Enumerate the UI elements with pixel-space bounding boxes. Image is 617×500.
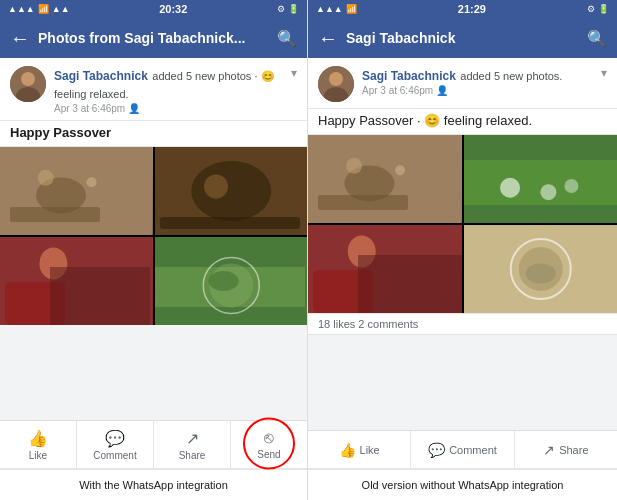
svg-point-20 xyxy=(208,271,238,291)
svg-point-1 xyxy=(21,72,35,86)
left-status-bar: ▲▲▲ 📶 ▲▲ 20:32 ⚙ 🔋 xyxy=(0,0,307,18)
left-photo-4[interactable] xyxy=(155,237,308,325)
right-share-button[interactable]: ↗ Share xyxy=(515,431,617,468)
battery-icon: 🔋 xyxy=(288,4,299,14)
right-like-button[interactable]: 👍 Like xyxy=(308,431,411,468)
left-nav-title: Photos from Sagi Tabachnick... xyxy=(38,30,269,46)
right-photo-area xyxy=(308,135,617,313)
right-photo-row2 xyxy=(308,225,617,313)
right-avatar xyxy=(318,66,354,102)
right-time: 21:29 xyxy=(458,3,486,15)
right-post-text-line2: 😊 feeling relaxed. xyxy=(424,113,532,128)
svg-rect-7 xyxy=(10,207,100,222)
svg-rect-15 xyxy=(50,267,150,325)
right-signal-icon: ▲▲▲ xyxy=(316,4,343,14)
svg-point-26 xyxy=(346,158,362,174)
back-button[interactable]: ← xyxy=(10,27,30,50)
svg-point-27 xyxy=(395,165,405,175)
right-people-icon: 👤 xyxy=(436,85,448,96)
svg-point-5 xyxy=(38,170,54,186)
right-photo-row1 xyxy=(308,135,617,223)
left-avatar-img xyxy=(10,66,46,102)
like-label: Like xyxy=(29,450,47,461)
right-post-author[interactable]: Sagi Tabachnick xyxy=(362,69,456,83)
left-action-bar: 👍 Like 💬 Comment ↗ Share ⎋ Send xyxy=(0,420,307,468)
left-post-text: Happy Passover xyxy=(0,121,307,147)
left-post-time: Apr 3 at 6:46pm 👤 xyxy=(54,103,283,114)
send-button[interactable]: ⎋ Send xyxy=(231,421,307,468)
right-status-bar: ▲▲▲ 📶 21:29 ⚙ 🔋 xyxy=(308,0,617,18)
svg-point-32 xyxy=(540,184,556,200)
right-post-time: Apr 3 at 6:46pm 👤 xyxy=(362,85,593,96)
like-button[interactable]: 👍 Like xyxy=(0,421,77,468)
people-icon: 👤 xyxy=(128,103,140,114)
left-photo-1[interactable] xyxy=(0,147,153,235)
right-share-label: Share xyxy=(559,444,588,456)
right-wifi-icon: 📶 xyxy=(346,4,357,14)
comment-icon: 💬 xyxy=(105,429,125,448)
left-photo-area xyxy=(0,147,307,325)
left-status-icons-right: ⚙ 🔋 xyxy=(277,4,299,14)
left-photo-2[interactable] xyxy=(155,147,308,235)
signal-icon: ▲▲▲ xyxy=(8,4,35,14)
share-label: Share xyxy=(179,450,206,461)
share-button[interactable]: ↗ Share xyxy=(154,421,231,468)
svg-rect-28 xyxy=(318,195,408,210)
left-phone-panel: ▲▲▲ 📶 ▲▲ 20:32 ⚙ 🔋 ← Photos from Sagi Ta… xyxy=(0,0,308,500)
comment-label: Comment xyxy=(93,450,136,461)
right-action-bar: 👍 Like 💬 Comment ↗ Share xyxy=(308,430,617,468)
svg-rect-11 xyxy=(160,217,300,229)
right-back-button[interactable]: ← xyxy=(318,27,338,50)
left-nav-bar: ← Photos from Sagi Tabachnick... 🔍 xyxy=(0,18,307,58)
right-comment-button[interactable]: 💬 Comment xyxy=(411,431,514,468)
cell-icon: ▲▲ xyxy=(52,4,70,14)
left-post-header: Sagi Tabachnick added 5 new photos · 😊 f… xyxy=(0,58,307,121)
right-post-text: Happy Passover · 😊 feeling relaxed. xyxy=(308,109,617,135)
left-caption: With the WhatsApp integration xyxy=(0,468,307,500)
left-search-icon[interactable]: 🔍 xyxy=(277,29,297,48)
svg-point-10 xyxy=(204,175,228,199)
right-comment-icon: 💬 xyxy=(428,442,445,458)
right-nav-title: Sagi Tabachnick xyxy=(346,30,579,46)
right-caption: Old version without WhatsApp integration xyxy=(308,468,617,500)
right-status-icons-right: ⚙ 🔋 xyxy=(587,4,609,14)
right-caption-text: Old version without WhatsApp integration xyxy=(362,479,564,491)
right-photo-2[interactable] xyxy=(464,135,618,223)
svg-point-41 xyxy=(525,263,555,283)
left-status-icons-left: ▲▲▲ 📶 ▲▲ xyxy=(8,4,70,14)
left-caption-text: With the WhatsApp integration xyxy=(79,479,228,491)
send-icon: ⎋ xyxy=(264,429,274,447)
right-phone-panel: ▲▲▲ 📶 21:29 ⚙ 🔋 ← Sagi Tabachnick 🔍 xyxy=(308,0,617,500)
svg-point-22 xyxy=(329,72,343,86)
right-photo-4[interactable] xyxy=(464,225,618,313)
svg-rect-30 xyxy=(464,160,618,205)
left-post-info: Sagi Tabachnick added 5 new photos · 😊 f… xyxy=(54,66,283,114)
wifi-icon: 📶 xyxy=(38,4,49,14)
right-search-icon[interactable]: 🔍 xyxy=(587,29,607,48)
left-photo-row2 xyxy=(0,237,307,325)
comment-button[interactable]: 💬 Comment xyxy=(77,421,154,468)
engagement-text: 18 likes 2 comments xyxy=(318,318,418,330)
right-photo-1[interactable] xyxy=(308,135,462,223)
right-like-label: Like xyxy=(360,444,380,456)
left-photo-3[interactable] xyxy=(0,237,153,325)
right-avatar-img xyxy=(318,66,354,102)
right-post-action: added 5 new photos. xyxy=(460,70,562,82)
right-comment-label: Comment xyxy=(449,444,497,456)
right-engagement: 18 likes 2 comments xyxy=(308,313,617,335)
send-label: Send xyxy=(257,449,280,460)
right-post-text-line1: Happy Passover · xyxy=(318,113,421,128)
svg-point-31 xyxy=(500,178,520,198)
left-post-down[interactable]: ▾ xyxy=(291,66,297,80)
svg-point-6 xyxy=(87,177,97,187)
right-post-down[interactable]: ▾ xyxy=(601,66,607,80)
bluetooth-icon: ⚙ xyxy=(277,4,285,14)
left-post-author[interactable]: Sagi Tabachnick xyxy=(54,69,148,83)
right-post-info: Sagi Tabachnick added 5 new photos. Apr … xyxy=(362,66,593,96)
right-status-icons-left: ▲▲▲ 📶 xyxy=(316,4,357,14)
right-bt-icon: ⚙ xyxy=(587,4,595,14)
right-like-icon: 👍 xyxy=(339,442,356,458)
left-photo-row1 xyxy=(0,147,307,235)
right-photo-3[interactable] xyxy=(308,225,462,313)
svg-rect-37 xyxy=(358,255,462,313)
